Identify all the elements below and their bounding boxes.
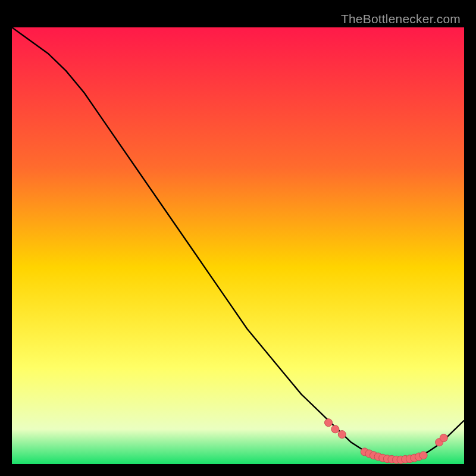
watermark-text: TheBottlenecker.com: [341, 12, 461, 26]
plot-area: [12, 27, 464, 464]
dot: [331, 425, 339, 433]
chart-svg: [12, 27, 464, 464]
gradient-background: [12, 27, 464, 464]
chart-frame: TheBottlenecker.com: [12, 12, 464, 464]
dot: [338, 431, 346, 439]
dot: [325, 419, 333, 427]
dot: [419, 452, 427, 459]
dot: [440, 434, 447, 442]
